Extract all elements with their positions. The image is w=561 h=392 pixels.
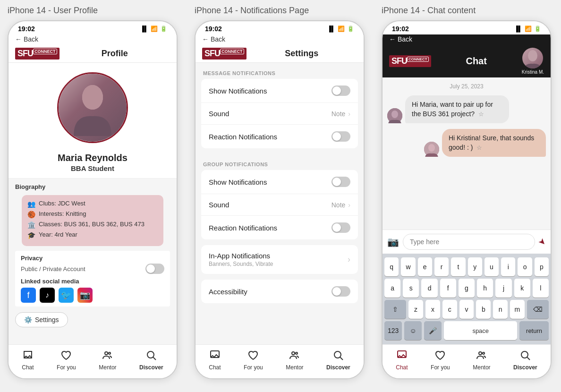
back-nav-3[interactable]: ← Back [382, 34, 551, 45]
key-m[interactable]: m [510, 300, 525, 319]
sound-right-2: Note › [332, 201, 350, 209]
star-icon-received: ☆ [478, 111, 484, 118]
chevron-icon-2: › [348, 201, 350, 209]
back-nav-1[interactable]: ← Back [8, 34, 177, 45]
twitter-icon[interactable]: 🐦 [59, 288, 74, 303]
key-mic[interactable]: 🎤 [424, 321, 442, 340]
key-g[interactable]: g [459, 279, 475, 298]
screen1-frame: 19:02 ▐▌ 📶 🔋 ← Back SFUCONNECT Profile [8, 20, 178, 379]
avatar-img [59, 74, 127, 142]
key-x[interactable]: x [425, 300, 440, 319]
back-nav-2[interactable]: ← Back [196, 34, 364, 45]
bottom-nav-3: Chat For you Mentor [382, 344, 551, 378]
camera-icon[interactable]: 📷 [387, 236, 399, 247]
key-shift[interactable]: ⇧ [384, 300, 406, 319]
key-b[interactable]: b [476, 300, 491, 319]
key-v[interactable]: v [459, 300, 474, 319]
bio-classes: 🏛️ Classes: BUS 361, BUS 362, BUS 473 [27, 221, 158, 229]
key-k[interactable]: k [514, 279, 530, 298]
chat-input[interactable] [403, 234, 535, 250]
facebook-icon[interactable]: f [21, 288, 36, 303]
key-emoji[interactable]: ☺ [404, 321, 422, 340]
show-notif-label-2: Show Notifications [209, 178, 267, 186]
svg-point-13 [391, 111, 398, 118]
reaction-notif-toggle-2[interactable] [332, 222, 350, 233]
receiver-avatar [424, 142, 439, 157]
in-app-notif-card[interactable]: In-App Notifications Banners, Sounds, Vi… [201, 245, 358, 274]
nav-discover-2[interactable]: Discover [326, 349, 350, 371]
key-a[interactable]: a [384, 279, 400, 298]
back-label-2[interactable]: ← Back [202, 35, 225, 43]
sound-row-1[interactable]: Sound Note › [201, 103, 358, 125]
privacy-label: Public / Private Account [21, 265, 85, 273]
key-t[interactable]: t [451, 257, 465, 276]
nav-discover-1[interactable]: Discover [139, 349, 163, 371]
nav-foryou-1[interactable]: For you [57, 349, 76, 371]
chat-row-sent: Hi Kristina! Sure, that sounds good! : )… [387, 129, 546, 157]
key-j[interactable]: j [495, 279, 511, 298]
svg-point-11 [528, 50, 537, 61]
key-h[interactable]: h [477, 279, 493, 298]
privacy-header: Privacy [21, 255, 164, 262]
key-w[interactable]: w [401, 257, 415, 276]
show-notif-toggle-1[interactable] [332, 85, 350, 96]
reaction-notif-label-2: Reaction Notifications [209, 224, 277, 232]
svg-line-20 [527, 358, 530, 360]
wifi-icon: 📶 [151, 26, 158, 32]
key-y[interactable]: y [468, 257, 482, 276]
key-i[interactable]: i [501, 257, 515, 276]
key-d[interactable]: d [421, 279, 437, 298]
key-e[interactable]: e [418, 257, 432, 276]
screen2-label: iPhone 14 - Notifications Page [195, 6, 366, 16]
nav-mentor-3[interactable]: Mentor [473, 349, 490, 371]
sound-row-2[interactable]: Sound Note › [201, 194, 358, 216]
key-z[interactable]: z [408, 300, 423, 319]
reaction-notif-toggle-1[interactable] [332, 131, 350, 142]
key-c[interactable]: c [442, 300, 457, 319]
battery-icon-2: 🔋 [347, 26, 354, 32]
accessibility-toggle[interactable] [332, 286, 350, 297]
nav-mentor-1[interactable]: Mentor [99, 349, 116, 371]
key-row-3: ⇧ z x c v b n m ⌫ [384, 300, 549, 319]
discover-icon-3 [519, 349, 531, 363]
back-label-1[interactable]: ← Back [15, 35, 38, 43]
instagram-icon[interactable]: 📷 [77, 288, 93, 303]
reaction-notif-row-1: Reaction Notifications [201, 125, 358, 148]
chat-contact-avatar-wrapper[interactable]: Kristina M. [522, 48, 544, 75]
show-notif-toggle-2[interactable] [332, 177, 350, 187]
nav-chat-1[interactable]: Chat [22, 349, 34, 371]
key-p[interactable]: p [535, 257, 549, 276]
bubble-received: Hi Maria, want to pair up for the BUS 36… [405, 95, 509, 123]
classes-icon: 🏛️ [27, 221, 35, 229]
nav-chat-3[interactable]: Chat [396, 349, 408, 371]
sender-avatar [387, 108, 402, 123]
key-delete[interactable]: ⌫ [527, 300, 549, 319]
back-label-3[interactable]: ← Back [389, 35, 412, 43]
settings-button[interactable]: ⚙️ Settings [15, 312, 68, 327]
key-l[interactable]: l [533, 279, 549, 298]
key-f[interactable]: f [440, 279, 456, 298]
key-q[interactable]: q [384, 257, 399, 276]
key-n[interactable]: n [493, 300, 508, 319]
biography-card: 👥 Clubs: JDC West 🏀 Interests: Knitting … [22, 195, 163, 246]
key-s[interactable]: s [403, 279, 419, 298]
nav-discover-3[interactable]: Discover [513, 349, 537, 371]
key-o[interactable]: o [518, 257, 532, 276]
nav-foryou-2[interactable]: For you [244, 349, 263, 371]
privacy-toggle[interactable] [145, 264, 164, 274]
key-u[interactable]: u [484, 257, 499, 276]
key-space[interactable]: space [444, 321, 517, 340]
screen1-label: iPhone 14 - User Profile [8, 6, 179, 16]
in-app-notif-title: In-App Notifications [209, 252, 273, 260]
nav-mentor-2[interactable]: Mentor [286, 349, 303, 371]
key-r[interactable]: r [434, 257, 449, 276]
key-123[interactable]: 123 [384, 321, 402, 340]
tiktok-icon[interactable]: ♪ [40, 288, 55, 303]
svg-point-3 [109, 352, 110, 354]
send-icon[interactable]: ➤ [536, 236, 548, 248]
nav-foryou-3[interactable]: For you [431, 349, 450, 371]
settings-gear-icon: ⚙️ [24, 316, 32, 324]
key-return[interactable]: return [519, 321, 549, 340]
nav-chat-label-3: Chat [396, 364, 408, 371]
nav-chat-2[interactable]: Chat [209, 349, 221, 371]
